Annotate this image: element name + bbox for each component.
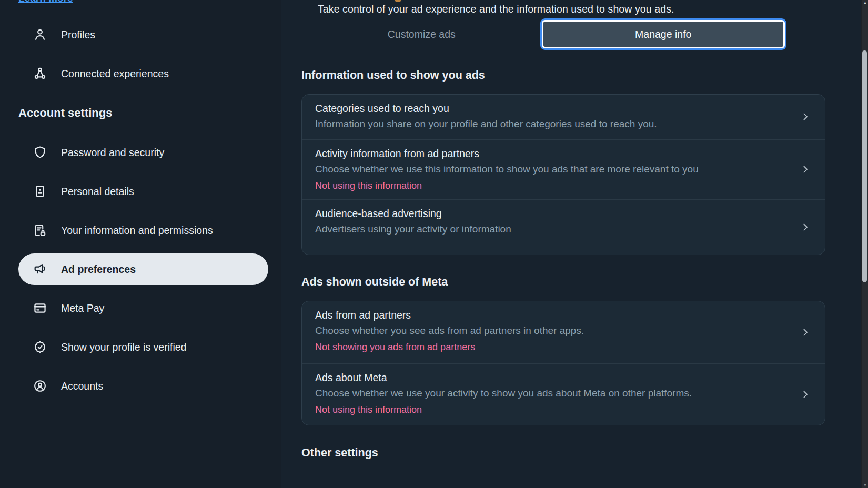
row-title: Ads about Meta xyxy=(315,372,784,384)
row-audience-based-advertising[interactable]: Audience-based advertising Advertisers u… xyxy=(302,199,825,255)
credit-card-icon xyxy=(33,301,47,316)
sidebar-item-personal-details[interactable]: Personal details xyxy=(18,181,281,202)
section-heading-information-used: Information used to show you ads xyxy=(301,69,825,82)
row-subtitle: Choose whether we use this information t… xyxy=(315,162,768,177)
information-used-card: Categories used to reach you Information… xyxy=(301,94,825,255)
sidebar-item-label: Meta Pay xyxy=(61,302,104,314)
learn-more-link[interactable]: Learn more xyxy=(18,0,73,4)
main-content: Take control of your ad experience and t… xyxy=(281,0,868,488)
sidebar-section-heading: Account settings xyxy=(18,106,281,120)
row-subtitle: Choose whether we use your activity to s… xyxy=(315,387,778,401)
sidebar-item-accounts[interactable]: Accounts xyxy=(18,375,281,396)
row-ads-about-meta[interactable]: Ads about Meta Choose whether we use you… xyxy=(302,363,825,425)
row-title: Categories used to reach you xyxy=(315,103,784,115)
sidebar-item-label: Accounts xyxy=(61,380,103,392)
tab-manage-info[interactable]: Manage info xyxy=(542,20,785,48)
row-subtitle: Information you share on your profile an… xyxy=(315,117,784,131)
tab-customize-ads[interactable]: Customize ads xyxy=(301,20,542,48)
row-categories-used-to-reach-you[interactable]: Categories used to reach you Information… xyxy=(302,95,825,139)
sidebar-item-verified-profile[interactable]: Show your profile is verified xyxy=(18,337,281,358)
scrollbar-down-arrow[interactable]: ▼ xyxy=(862,483,868,487)
row-subtitle: Advertisers using your activity or infor… xyxy=(315,222,784,237)
sidebar-item-meta-pay[interactable]: Meta Pay xyxy=(18,298,281,319)
sidebar-item-password-security[interactable]: Password and security xyxy=(18,142,281,163)
sidebar-item-label: Ad preferences xyxy=(61,263,136,276)
shield-icon xyxy=(33,145,47,160)
accounts-center-screen: Learn more Profiles Connected experience… xyxy=(0,0,868,488)
scrollbar-thumb[interactable] xyxy=(862,50,867,282)
ad-preferences-tab-bar: Customize ads Manage info xyxy=(301,20,785,48)
document-lock-icon xyxy=(33,223,47,238)
chevron-right-icon xyxy=(801,390,810,399)
sidebar: Learn more Profiles Connected experience… xyxy=(0,0,281,488)
row-status-text: Not using this information xyxy=(315,404,784,415)
sidebar-item-ad-preferences[interactable]: Ad preferences xyxy=(18,253,268,285)
sidebar-item-label: Personal details xyxy=(61,186,134,198)
section-heading-other-settings: Other settings xyxy=(301,446,825,460)
row-ads-from-ad-partners[interactable]: Ads from ad partners Choose whether you … xyxy=(302,301,825,363)
ads-outside-meta-card: Ads from ad partners Choose whether you … xyxy=(301,301,825,425)
connected-experiences-icon xyxy=(33,66,47,81)
sidebar-item-label: Profiles xyxy=(61,29,95,41)
megaphone-icon xyxy=(33,262,47,277)
row-status-text: Not using this information xyxy=(315,180,784,191)
sidebar-item-your-information[interactable]: Your information and permissions xyxy=(18,220,281,241)
chevron-right-icon xyxy=(801,328,810,337)
row-title: Ads from ad partners xyxy=(315,309,784,321)
sidebar-item-label: Password and security xyxy=(61,147,164,159)
id-card-icon xyxy=(33,184,47,199)
account-circle-icon xyxy=(33,379,47,393)
row-subtitle: Choose whether you see ads from ad partn… xyxy=(315,324,784,338)
scrollbar-up-arrow[interactable]: ▲ xyxy=(862,1,868,5)
verified-badge-icon xyxy=(33,340,47,354)
row-title: Audience-based advertising xyxy=(315,208,784,220)
sidebar-item-profiles[interactable]: Profiles xyxy=(18,24,281,45)
sidebar-item-label: Connected experiences xyxy=(61,68,169,80)
sidebar-item-label: Show your profile is verified xyxy=(61,341,186,353)
sidebar-item-label: Your information and permissions xyxy=(61,225,213,237)
row-title: Activity information from ad partners xyxy=(315,148,784,160)
clipped-megaphone-emoji xyxy=(395,0,401,2)
ad-preferences-intro-text: Take control of your ad experience and t… xyxy=(318,3,825,15)
chevron-right-icon xyxy=(801,222,810,232)
row-activity-information[interactable]: Activity information from ad partners Ch… xyxy=(302,139,825,199)
chevron-right-icon xyxy=(801,165,810,174)
profiles-icon xyxy=(33,27,47,42)
scrollbar-track[interactable]: ▲ ▼ xyxy=(861,0,868,488)
row-status-text: Not showing you ads from ad partners xyxy=(315,342,784,353)
section-heading-ads-outside-meta: Ads shown outside of Meta xyxy=(301,276,825,289)
chevron-right-icon xyxy=(801,112,810,121)
sidebar-item-connected-experiences[interactable]: Connected experiences xyxy=(18,63,281,84)
